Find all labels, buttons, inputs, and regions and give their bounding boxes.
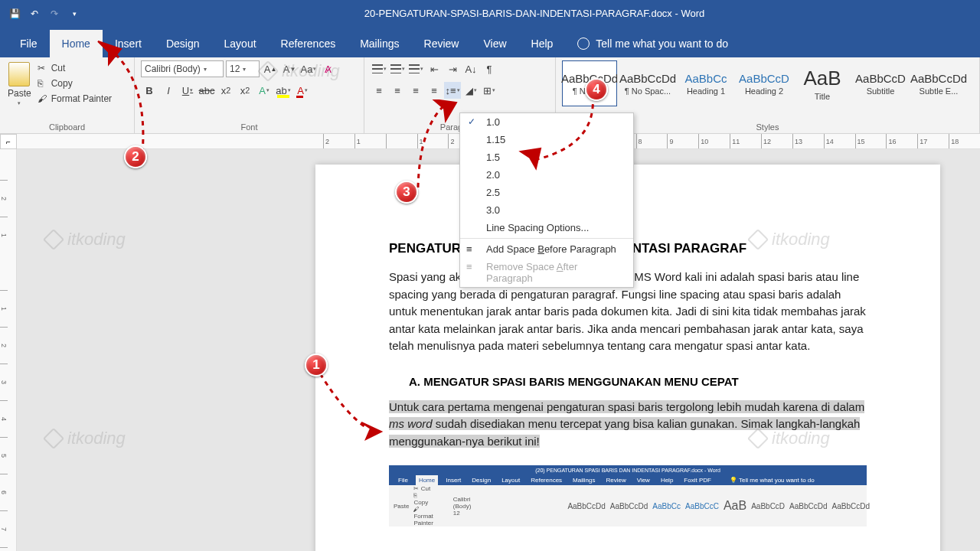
align-center-icon[interactable]: ≡ (389, 82, 406, 99)
copy-icon: ⎘ (38, 78, 48, 89)
tab-references[interactable]: References (269, 30, 348, 57)
line-spacing-1.0[interactable]: ✓1.0 (460, 113, 633, 131)
inset-screenshot: (20) PENGATURAN SPASI BARIS DAN INDENTAS… (389, 465, 867, 527)
show-marks-icon[interactable]: ¶ (481, 60, 498, 77)
style-nospac[interactable]: AaBbCcDd¶ No Spac... (620, 60, 675, 106)
clipboard-icon (8, 62, 30, 86)
add-space-before[interactable]: ≡Add Space Before Paragraph (460, 240, 633, 258)
tab-mailings[interactable]: Mailings (348, 30, 411, 57)
tab-review[interactable]: Review (412, 30, 472, 57)
highlight-icon[interactable]: ab▾ (275, 82, 292, 99)
tab-selector[interactable]: ⌐ (0, 134, 17, 149)
redo-icon[interactable]: ↷ (47, 7, 61, 21)
scissors-icon: ✂ (38, 63, 48, 73)
paintbrush-icon: 🖌 (38, 93, 48, 104)
style-subtlee[interactable]: AaBbCcDdSubtle E... (911, 60, 966, 106)
style-heading[interactable]: AaBbCcDHeading 2 (737, 60, 792, 106)
callout-4: 4 (585, 78, 608, 101)
line-spacing-2.0[interactable]: 2.0 (460, 166, 633, 184)
style-subtitle[interactable]: AaBbCcDSubtitle (853, 60, 908, 106)
callout-2: 2 (124, 145, 147, 168)
increase-indent-icon[interactable]: ⇥ (444, 60, 461, 77)
line-spacing-3.0[interactable]: 3.0 (460, 201, 633, 219)
underline-button[interactable]: U▾ (179, 82, 196, 99)
multilevel-list-icon[interactable]: ▾ (407, 60, 424, 77)
sort-icon[interactable]: A↓ (462, 60, 479, 77)
line-spacing-1.5[interactable]: 1.5 (460, 148, 633, 166)
tab-layout[interactable]: Layout (212, 30, 269, 57)
justify-icon[interactable]: ≡ (426, 82, 443, 99)
remove-space-after[interactable]: ≡Remove Space After Paragraph (460, 258, 633, 287)
window-title: 20-PENGATURAN-SPASI-BARIS-DAN-INDENTASI-… (89, 8, 980, 19)
change-case-icon[interactable]: Aa▾ (300, 60, 317, 77)
tell-me-search[interactable]: Tell me what you want to do (565, 30, 740, 57)
vertical-ruler[interactable]: 2112345678 (0, 149, 17, 551)
align-left-icon[interactable]: ≡ (371, 82, 387, 99)
save-icon[interactable]: 💾 (8, 7, 21, 21)
callout-1: 1 (305, 354, 328, 377)
font-name-combo[interactable]: Calibri (Body)▾ (141, 60, 224, 77)
font-group-label: Font (141, 121, 358, 133)
bullets-icon[interactable]: ▾ (371, 60, 387, 77)
italic-button[interactable]: I (160, 82, 177, 99)
subscript-button[interactable]: x2 (217, 82, 234, 99)
style-heading[interactable]: AaBbCcHeading 1 (678, 60, 733, 106)
clear-formatting-icon[interactable]: A̷ (319, 60, 336, 77)
paste-button[interactable]: Paste ▾ (6, 60, 33, 121)
callout-3: 3 (395, 181, 418, 204)
undo-icon[interactable]: ↶ (28, 7, 41, 21)
doc-subheading: A. MENGATUR SPASI BARIS MENGGUNAKAN MENU… (409, 375, 867, 388)
copy-button[interactable]: ⎘Copy (36, 77, 113, 90)
align-right-icon[interactable]: ≡ (407, 82, 424, 99)
cut-button[interactable]: ✂Cut (36, 62, 113, 74)
line-spacing-button[interactable]: ↕≡▾ (444, 82, 461, 99)
numbering-icon[interactable]: ▾ (389, 60, 406, 77)
tab-home[interactable]: Home (50, 30, 103, 57)
font-color-icon[interactable]: A▾ (294, 82, 311, 99)
line-spacing-1.15[interactable]: 1.15 (460, 131, 633, 148)
bold-button[interactable]: B (141, 82, 158, 99)
font-size-combo[interactable]: 12▾ (226, 60, 260, 77)
shading-icon[interactable]: ◢▾ (462, 82, 479, 99)
tab-view[interactable]: View (471, 30, 518, 57)
shrink-font-icon[interactable]: A▼ (281, 60, 298, 77)
line-spacing-2.5[interactable]: 2.5 (460, 184, 633, 201)
tab-help[interactable]: Help (519, 30, 566, 57)
decrease-indent-icon[interactable]: ⇤ (426, 60, 443, 77)
lightbulb-icon (577, 37, 590, 50)
format-painter-button[interactable]: 🖌Format Painter (36, 93, 113, 105)
clipboard-group-label: Clipboard (6, 121, 128, 133)
grow-font-icon[interactable]: A▲ (262, 60, 279, 77)
tab-insert[interactable]: Insert (103, 30, 154, 57)
line-spacing-options[interactable]: Line Spacing Options... (460, 219, 633, 236)
text-effects-icon[interactable]: A▾ (256, 82, 273, 99)
line-spacing-dropdown: ✓1.01.151.52.02.53.0Line Spacing Options… (459, 112, 634, 288)
style-title[interactable]: AaBTitle (795, 60, 850, 106)
tab-design[interactable]: Design (154, 30, 212, 57)
borders-icon[interactable]: ⊞▾ (481, 82, 498, 99)
tab-file[interactable]: File (8, 30, 50, 57)
superscript-button[interactable]: x2 (237, 82, 253, 99)
strikethrough-button[interactable]: abc (198, 82, 215, 99)
doc-selected-paragraph: Untuk cara pertama mengenai pengaturan s… (389, 399, 867, 451)
qat-customize-icon[interactable]: ▾ (67, 7, 81, 21)
